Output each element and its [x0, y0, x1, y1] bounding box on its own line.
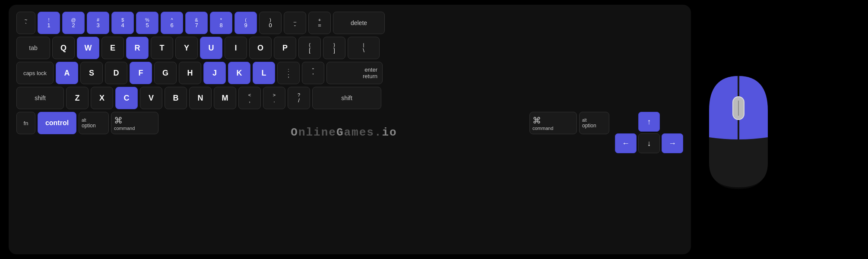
key-1[interactable]: !1 — [38, 12, 60, 34]
key-j[interactable]: J — [203, 62, 226, 84]
asdf-row: caps lock A S D F G H J K L :; "' enter … — [16, 62, 683, 84]
qwerty-row: tab Q W E R T Y U I O P {[ }] |\ — [16, 37, 683, 59]
key-control[interactable]: control — [38, 112, 76, 134]
key-s[interactable]: S — [80, 62, 103, 84]
key-backslash[interactable]: |\ — [348, 37, 380, 59]
key-v[interactable]: V — [140, 87, 162, 109]
key-fn[interactable]: fn — [16, 112, 35, 134]
arrow-cluster: ↑ ← ↓ → — [615, 112, 683, 153]
key-rbracket[interactable]: }] — [323, 37, 345, 59]
key-alt-option-right[interactable]: alt option — [579, 112, 609, 134]
key-y[interactable]: Y — [175, 37, 198, 59]
key-period[interactable]: >. — [263, 87, 285, 109]
key-2[interactable]: @2 — [62, 12, 85, 34]
mouse-svg — [704, 73, 773, 189]
key-capslock[interactable]: caps lock — [16, 62, 54, 84]
key-tilde[interactable]: ~ ` — [16, 12, 35, 34]
key-equals[interactable]: += — [308, 12, 331, 34]
key-4[interactable]: $4 — [111, 12, 134, 34]
key-h[interactable]: H — [179, 62, 201, 84]
mouse — [704, 73, 773, 191]
key-enter[interactable]: enter return — [326, 62, 383, 84]
key-minus[interactable]: _- — [284, 12, 306, 34]
logo: OnlineGames.io — [291, 126, 397, 139]
keyboard: ~ ` !1 @2 #3 $4 %5 ^6 &7 *8 (9 )0 _- += … — [9, 5, 691, 254]
key-p[interactable]: P — [274, 37, 296, 59]
key-e[interactable]: E — [101, 37, 124, 59]
key-5[interactable]: %5 — [136, 12, 158, 34]
key-d[interactable]: D — [105, 62, 127, 84]
key-semicolon[interactable]: :; — [277, 62, 300, 84]
key-shift-right[interactable]: shift — [312, 87, 381, 109]
key-comma[interactable]: <, — [238, 87, 261, 109]
key-0[interactable]: )0 — [259, 12, 282, 34]
key-command-right[interactable]: ⌘ command — [529, 112, 577, 134]
logo-space: OnlineGames.io — [161, 112, 527, 153]
key-7[interactable]: &7 — [185, 12, 208, 34]
key-a[interactable]: A — [56, 62, 78, 84]
key-o[interactable]: O — [249, 37, 272, 59]
bottom-row: fn control alt option ⌘ command OnlineGa… — [16, 112, 683, 153]
key-arrow-left[interactable]: ← — [615, 133, 637, 153]
key-x[interactable]: X — [91, 87, 113, 109]
key-r[interactable]: R — [126, 37, 149, 59]
key-c[interactable]: C — [115, 87, 138, 109]
key-delete[interactable]: delete — [333, 12, 385, 34]
key-g[interactable]: G — [154, 62, 177, 84]
key-arrow-up[interactable]: ↑ — [638, 112, 660, 132]
key-8[interactable]: *8 — [210, 12, 232, 34]
key-l[interactable]: L — [253, 62, 275, 84]
key-slash[interactable]: ?/ — [288, 87, 310, 109]
key-quote[interactable]: "' — [302, 62, 324, 84]
key-6[interactable]: ^6 — [161, 12, 183, 34]
key-k[interactable]: K — [228, 62, 250, 84]
key-m[interactable]: M — [214, 87, 236, 109]
key-q[interactable]: Q — [52, 37, 75, 59]
key-w[interactable]: W — [77, 37, 99, 59]
key-b[interactable]: B — [165, 87, 187, 109]
key-f[interactable]: F — [130, 62, 152, 84]
key-alt-option-left[interactable]: alt option — [79, 112, 109, 134]
key-n[interactable]: N — [189, 87, 212, 109]
key-command-left[interactable]: ⌘ command — [111, 112, 158, 134]
zxcv-row: shift Z X C V B N M <, >. ?/ shift — [16, 87, 683, 109]
key-i[interactable]: I — [225, 37, 247, 59]
key-9[interactable]: (9 — [234, 12, 257, 34]
key-z[interactable]: Z — [66, 87, 89, 109]
number-row: ~ ` !1 @2 #3 $4 %5 ^6 &7 *8 (9 )0 _- += … — [16, 12, 683, 34]
key-lbracket[interactable]: {[ — [298, 37, 321, 59]
key-arrow-right[interactable]: → — [662, 133, 683, 153]
key-3[interactable]: #3 — [87, 12, 109, 34]
key-tab[interactable]: tab — [16, 37, 50, 59]
key-u[interactable]: U — [200, 37, 222, 59]
key-shift-left[interactable]: shift — [16, 87, 64, 109]
key-t[interactable]: T — [151, 37, 173, 59]
key-arrow-down[interactable]: ↓ — [638, 133, 660, 153]
